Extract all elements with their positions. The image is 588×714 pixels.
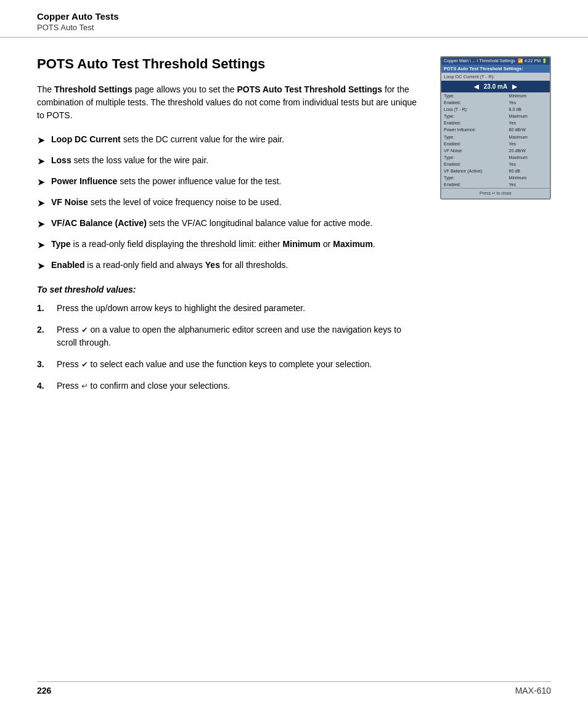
step-text: Press the up/down arrow keys to highligh… <box>57 302 305 315</box>
page-title: POTS Auto Test Threshold Settings <box>37 56 422 72</box>
list-item: 3. Press ✔ to select each value and use … <box>37 358 422 371</box>
table-row: Enabled:Yes <box>441 140 550 147</box>
bullet-text: VF Noise sets the level of voice frequen… <box>51 196 282 209</box>
device-footer: Press ↵ to close <box>441 188 550 198</box>
footer-page-number: 226 <box>37 686 51 696</box>
table-row: VF Balance (Active):60 dB <box>441 168 550 174</box>
device-header-left: Copper Main \ ... \ Threshold Settings <box>444 59 515 63</box>
list-item: ➤ Loss sets the loss value for the wire … <box>37 154 422 169</box>
procedure-heading: To set threshold values: <box>37 285 422 294</box>
device-value-row: ◀ 23.0 mA ▶ <box>441 81 550 92</box>
page-footer: 226 MAX-610 <box>37 681 551 696</box>
pots-threshold-bold: POTS Auto Test Threshold Settings <box>237 84 382 94</box>
step-number: 4. <box>37 379 49 392</box>
bullet-arrow-icon: ➤ <box>37 217 45 232</box>
table-row: Type:Maximum <box>441 154 550 161</box>
bullet-text: Loss sets the loss value for the wire pa… <box>51 154 208 167</box>
step-number: 3. <box>37 358 49 371</box>
list-item: ➤ Type is a read-only field displaying t… <box>37 238 422 253</box>
bullet-arrow-icon: ➤ <box>37 154 45 169</box>
step-text: Press ✔ on a value to open the alphanume… <box>57 323 422 349</box>
table-row: Power Influence:80 dBrW <box>441 126 550 133</box>
checkmark-icon: ✔ <box>81 359 88 371</box>
table-row: Type:Minimum <box>441 174 550 181</box>
device-current-row: Loop DC Current (T - R): <box>441 73 550 81</box>
table-row: Type:Minimum <box>441 92 550 99</box>
device-title-text: POTS Auto Test Threshold Settings: <box>444 66 523 71</box>
device-header-right: 📶 4:22 PM 🔋 <box>518 59 547 63</box>
device-current-param: Loop DC Current (T - R): <box>444 74 494 79</box>
list-item: 4. Press ↵ to confirm and close your sel… <box>37 379 422 392</box>
text-section: POTS Auto Test Threshold Settings The Th… <box>37 56 422 401</box>
list-item: ➤ VF Noise sets the level of voice frequ… <box>37 196 422 211</box>
table-row: VF Noise:20 dBrW <box>441 147 550 154</box>
table-row: Enabled:Yes <box>441 120 550 126</box>
device-screen: Copper Main \ ... \ Threshold Settings 📶… <box>440 56 551 200</box>
footer-model: MAX-610 <box>515 686 551 696</box>
main-content: POTS Auto Test Threshold Settings The Th… <box>0 38 588 426</box>
numbered-list: 1. Press the up/down arrow keys to highl… <box>37 302 422 392</box>
bullet-arrow-icon: ➤ <box>37 196 45 211</box>
header-subtitle: POTS Auto Test <box>37 23 551 32</box>
table-row: Loss (T - R):8.0 dB <box>441 106 550 113</box>
page-container: Copper Auto Tests POTS Auto Test POTS Au… <box>0 0 588 714</box>
step-number: 1. <box>37 302 49 315</box>
checkmark-icon: ✔ <box>81 324 88 336</box>
list-item: 1. Press the up/down arrow keys to highl… <box>37 302 422 315</box>
bullet-text: Power Influence sets the power influence… <box>51 175 282 188</box>
table-row: Type:Maximum <box>441 113 550 120</box>
intro-paragraph: The Threshold Settings page allows you t… <box>37 83 422 122</box>
list-item: ➤ Power Influence sets the power influen… <box>37 175 422 190</box>
step-number: 2. <box>37 323 49 336</box>
device-data-table: Type:MinimumEnabled:YesLoss (T - R):8.0 … <box>441 92 550 188</box>
bullet-arrow-icon: ➤ <box>37 133 45 148</box>
list-item: ➤ VF/AC Balance (Active) sets the VF/AC … <box>37 217 422 232</box>
list-item: ➤ Enabled is a read-only field and alway… <box>37 259 422 274</box>
bullet-text: Loop DC Current sets the DC current valu… <box>51 133 284 146</box>
table-row: Enabled:Yes <box>441 99 550 106</box>
right-arrow-icon: ▶ <box>512 83 517 90</box>
list-item: 2. Press ✔ on a value to open the alphan… <box>37 323 422 349</box>
step-text: Press ↵ to confirm and close your select… <box>57 379 230 392</box>
table-row: Type:Maximum <box>441 134 550 140</box>
device-header-bar: Copper Main \ ... \ Threshold Settings 📶… <box>441 57 550 65</box>
bullet-text: Type is a read-only field displaying the… <box>51 238 375 251</box>
bullet-arrow-icon: ➤ <box>37 175 45 190</box>
bullet-arrow-icon: ➤ <box>37 238 45 253</box>
device-title-bar: POTS Auto Test Threshold Settings: <box>441 65 550 73</box>
table-row: Enabled:Yes <box>441 181 550 188</box>
left-arrow-icon: ◀ <box>474 83 479 90</box>
bullet-text: Enabled is a read-only field and always … <box>51 259 288 272</box>
bullet-list: ➤ Loop DC Current sets the DC current va… <box>37 133 422 274</box>
list-item: ➤ Loop DC Current sets the DC current va… <box>37 133 422 148</box>
device-panel: Copper Main \ ... \ Threshold Settings 📶… <box>440 56 551 401</box>
bullet-text: VF/AC Balance (Active) sets the VF/AC lo… <box>51 217 372 230</box>
device-current-value: 23.0 mA <box>484 83 507 90</box>
table-row: Enabled:Yes <box>441 161 550 168</box>
step-text: Press ✔ to select each value and use the… <box>57 358 372 371</box>
bullet-arrow-icon: ➤ <box>37 259 45 274</box>
page-header: Copper Auto Tests POTS Auto Test <box>0 0 588 38</box>
header-title: Copper Auto Tests <box>37 11 551 22</box>
enter-icon: ↵ <box>81 380 88 392</box>
threshold-settings-bold: Threshold Settings <box>54 84 133 94</box>
